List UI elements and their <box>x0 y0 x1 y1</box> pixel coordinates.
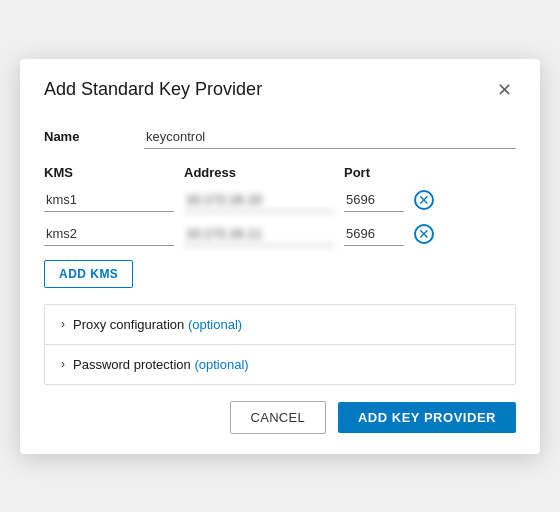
kms2-port-input[interactable] <box>344 222 404 246</box>
kms-column-header: KMS <box>44 165 184 180</box>
password-protection-accordion-item[interactable]: › Password protection (optional) <box>45 345 515 384</box>
add-key-provider-button[interactable]: ADD KEY PROVIDER <box>338 402 516 433</box>
address-column-header: Address <box>184 165 344 180</box>
remove-circle-icon: ✕ <box>414 224 434 244</box>
name-input[interactable] <box>144 125 516 149</box>
kms1-address-input[interactable] <box>184 188 334 212</box>
kms-section: KMS Address Port ✕ ✕ <box>44 165 516 246</box>
accordion-section: › Proxy configuration (optional) › Passw… <box>44 304 516 385</box>
kms2-remove-button[interactable]: ✕ <box>414 224 434 244</box>
password-protection-label: Password protection (optional) <box>73 357 249 372</box>
proxy-chevron-icon: › <box>61 317 65 331</box>
modal-body: Name KMS Address Port ✕ <box>20 117 540 385</box>
kms-row: ✕ <box>44 222 516 246</box>
cancel-button[interactable]: CANCEL <box>230 401 326 434</box>
kms1-port-input[interactable] <box>344 188 404 212</box>
modal-title: Add Standard Key Provider <box>44 79 262 100</box>
close-button[interactable]: ✕ <box>493 79 516 101</box>
add-key-provider-modal: Add Standard Key Provider ✕ Name KMS Add… <box>20 59 540 454</box>
kms-header-row: KMS Address Port <box>44 165 516 180</box>
modal-header: Add Standard Key Provider ✕ <box>20 59 540 117</box>
add-kms-button[interactable]: ADD KMS <box>44 260 133 288</box>
proxy-config-label: Proxy configuration (optional) <box>73 317 242 332</box>
name-label: Name <box>44 129 144 144</box>
kms2-address-input[interactable] <box>184 222 334 246</box>
proxy-config-accordion-item[interactable]: › Proxy configuration (optional) <box>45 305 515 345</box>
kms-row: ✕ <box>44 188 516 212</box>
password-chevron-icon: › <box>61 357 65 371</box>
kms1-remove-button[interactable]: ✕ <box>414 190 434 210</box>
kms2-name-input[interactable] <box>44 222 174 246</box>
name-row: Name <box>44 125 516 149</box>
port-column-header: Port <box>344 165 516 180</box>
remove-circle-icon: ✕ <box>414 190 434 210</box>
kms1-name-input[interactable] <box>44 188 174 212</box>
modal-footer: CANCEL ADD KEY PROVIDER <box>20 385 540 454</box>
